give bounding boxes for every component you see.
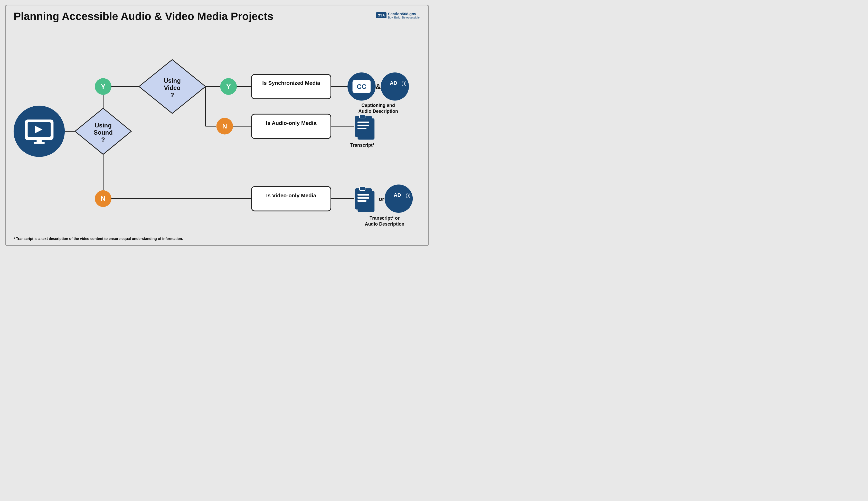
svg-text:Using: Using bbox=[164, 77, 181, 84]
svg-rect-3 bbox=[37, 139, 42, 142]
svg-text:Transcript* or: Transcript* or bbox=[370, 215, 400, 221]
logo-area: GSA Section508.gov Buy. Build. Be Access… bbox=[376, 12, 420, 19]
svg-rect-4 bbox=[34, 142, 45, 143]
svg-text:Is Audio-only Media: Is Audio-only Media bbox=[266, 120, 317, 126]
audio-only-box bbox=[252, 114, 331, 138]
svg-text:Y: Y bbox=[226, 83, 231, 90]
svg-rect-35 bbox=[357, 128, 367, 129]
svg-text:))): ))) bbox=[402, 81, 406, 86]
svg-text:Is Video-only Media: Is Video-only Media bbox=[266, 192, 316, 198]
svg-rect-48 bbox=[359, 187, 365, 190]
svg-text:N: N bbox=[223, 122, 227, 130]
ad-icon-circle bbox=[381, 72, 409, 100]
video-only-box bbox=[252, 186, 331, 211]
using-sound-label: Using bbox=[95, 122, 111, 129]
gsa-badge: GSA bbox=[376, 12, 386, 18]
svg-text:AD: AD bbox=[394, 192, 401, 198]
title-area: Planning Accessible Audio & Video Media … bbox=[14, 11, 420, 22]
or-label: or bbox=[379, 196, 384, 202]
svg-text:AD: AD bbox=[390, 80, 397, 86]
transcript-icon-2 bbox=[355, 187, 375, 212]
svg-text:Transcript*: Transcript* bbox=[350, 142, 375, 148]
footnote-text: * Transcript is a text description of th… bbox=[14, 237, 183, 241]
transcript-icon bbox=[355, 114, 375, 139]
flowchart-diagram: Using Sound ? Y Using Video ? Y Is Synch… bbox=[6, 29, 428, 242]
page-title: Planning Accessible Audio & Video Media … bbox=[14, 11, 273, 22]
svg-text:?: ? bbox=[170, 91, 174, 98]
svg-text:Captioning and: Captioning and bbox=[361, 103, 395, 108]
svg-rect-32 bbox=[355, 116, 372, 137]
svg-rect-44 bbox=[355, 188, 372, 210]
svg-rect-34 bbox=[357, 125, 369, 126]
section508-text: Section508.gov Buy. Build. Be Accessible… bbox=[388, 12, 420, 19]
diagram-container: Planning Accessible Audio & Video Media … bbox=[5, 4, 429, 246]
synchronized-media-box bbox=[252, 74, 331, 99]
svg-text:Audio Description: Audio Description bbox=[358, 109, 398, 114]
svg-text:?: ? bbox=[101, 136, 105, 143]
svg-rect-46 bbox=[357, 197, 369, 199]
svg-text:))): ))) bbox=[406, 193, 410, 198]
svg-text:N: N bbox=[101, 195, 106, 202]
svg-text:Y: Y bbox=[101, 83, 105, 90]
svg-text:Audio Description: Audio Description bbox=[365, 221, 404, 226]
svg-text:Video: Video bbox=[164, 84, 181, 91]
svg-rect-45 bbox=[357, 194, 369, 195]
ad-icon-circle-2 bbox=[385, 184, 413, 213]
svg-rect-47 bbox=[357, 200, 367, 202]
svg-rect-36 bbox=[359, 114, 365, 118]
svg-text:Sound: Sound bbox=[94, 129, 112, 136]
svg-text:Is Synchronized Media: Is Synchronized Media bbox=[262, 79, 320, 86]
and-symbol: & bbox=[376, 83, 381, 90]
svg-rect-33 bbox=[357, 121, 369, 123]
svg-text:CC: CC bbox=[357, 83, 366, 90]
